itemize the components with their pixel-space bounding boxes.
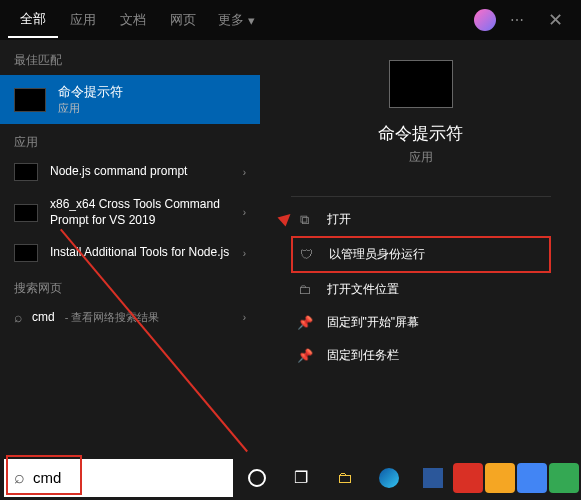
action-open[interactable]: ⧉ 打开 xyxy=(291,203,551,236)
tab-web[interactable]: 网页 xyxy=(158,3,208,37)
cmd-icon xyxy=(14,88,46,112)
tab-all[interactable]: 全部 xyxy=(8,2,58,38)
admin-icon: 🛡 xyxy=(299,247,315,262)
tray-icon[interactable] xyxy=(485,463,515,493)
app-name: x86_x64 Cross Tools Command Prompt for V… xyxy=(50,197,231,228)
pin-icon: 📌 xyxy=(297,348,313,363)
action-label: 打开文件位置 xyxy=(327,281,399,298)
divider xyxy=(291,196,551,197)
search-icon: ⌕ xyxy=(14,309,22,325)
tab-docs[interactable]: 文档 xyxy=(108,3,158,37)
more-dots-icon[interactable]: ⋯ xyxy=(502,12,532,28)
open-icon: ⧉ xyxy=(297,212,313,228)
app-result-item[interactable]: Node.js command prompt › xyxy=(0,155,260,189)
tab-apps[interactable]: 应用 xyxy=(58,3,108,37)
section-web: 搜索网页 xyxy=(0,276,260,301)
action-run-as-admin[interactable]: 🛡 以管理员身份运行 xyxy=(291,236,551,273)
web-result-item[interactable]: ⌕ cmd - 查看网络搜索结果 › xyxy=(0,301,260,333)
close-icon[interactable]: ✕ xyxy=(538,9,573,31)
edge-icon[interactable] xyxy=(369,458,409,498)
detail-panel: 命令提示符 应用 ⧉ 打开 🛡 以管理员身份运行 🗀 打开文件位置 📌 固定到"… xyxy=(260,0,581,455)
action-label: 固定到任务栏 xyxy=(327,347,399,364)
search-icon: ⌕ xyxy=(14,467,25,488)
tray-icon[interactable] xyxy=(517,463,547,493)
action-open-file-location[interactable]: 🗀 打开文件位置 xyxy=(291,273,551,306)
section-apps: 应用 xyxy=(0,130,260,155)
chevron-right-icon: › xyxy=(243,312,246,323)
action-label: 打开 xyxy=(327,211,351,228)
search-input[interactable] xyxy=(33,469,223,486)
copilot-icon[interactable] xyxy=(474,9,496,31)
detail-title: 命令提示符 xyxy=(378,122,463,145)
app-result-item[interactable]: x86_x64 Cross Tools Command Prompt for V… xyxy=(0,189,260,236)
web-hint: - 查看网络搜索结果 xyxy=(65,310,160,325)
tabs-bar: 全部 应用 文档 网页 更多▾ ⋯ ✕ xyxy=(0,0,581,40)
task-view-icon[interactable]: ❐ xyxy=(281,458,321,498)
app-name: Node.js command prompt xyxy=(50,164,187,180)
best-match-title: 命令提示符 xyxy=(58,83,123,101)
tray-icon[interactable] xyxy=(453,463,483,493)
cmd-icon xyxy=(14,244,38,262)
cmd-icon xyxy=(14,204,38,222)
action-pin-taskbar[interactable]: 📌 固定到任务栏 xyxy=(291,339,551,372)
chevron-down-icon: ▾ xyxy=(248,13,255,28)
tab-more[interactable]: 更多▾ xyxy=(208,3,265,37)
app-icon[interactable] xyxy=(413,458,453,498)
best-match-subtitle: 应用 xyxy=(58,101,123,116)
cortana-icon[interactable] xyxy=(237,458,277,498)
detail-subtitle: 应用 xyxy=(409,149,433,166)
results-panel: 最佳匹配 命令提示符 应用 应用 Node.js command prompt … xyxy=(0,0,260,455)
section-best-match: 最佳匹配 xyxy=(0,48,260,73)
tray-icon[interactable] xyxy=(549,463,579,493)
folder-icon: 🗀 xyxy=(297,282,313,297)
best-match-item[interactable]: 命令提示符 应用 xyxy=(0,75,260,124)
action-pin-start[interactable]: 📌 固定到"开始"屏幕 xyxy=(291,306,551,339)
chevron-right-icon: › xyxy=(243,207,246,218)
detail-app-icon xyxy=(389,60,453,108)
web-query: cmd xyxy=(32,310,55,324)
app-result-item[interactable]: Install Additional Tools for Node.js › xyxy=(0,236,260,270)
pin-icon: 📌 xyxy=(297,315,313,330)
taskbar-search[interactable]: ⌕ xyxy=(4,459,233,497)
chevron-right-icon: › xyxy=(243,167,246,178)
action-label: 固定到"开始"屏幕 xyxy=(327,314,420,331)
action-label: 以管理员身份运行 xyxy=(329,246,425,263)
taskbar: ⌕ ❐ 🗀 xyxy=(0,455,581,500)
cmd-icon xyxy=(14,163,38,181)
chevron-right-icon: › xyxy=(243,248,246,259)
explorer-icon[interactable]: 🗀 xyxy=(325,458,365,498)
